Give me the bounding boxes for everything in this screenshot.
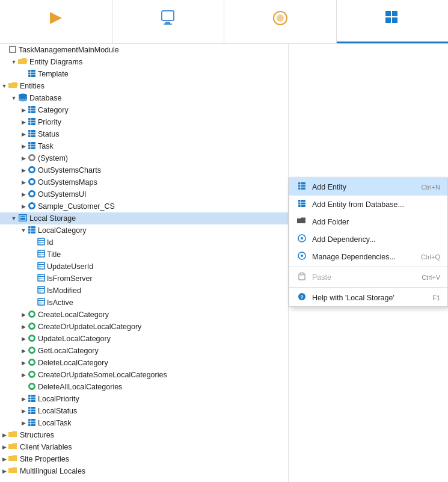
ctx-item-add-entity-db[interactable]: Add Entity from Database... (289, 196, 447, 213)
tree-item-sample-customer[interactable]: ▶Sample_Customer_CS (0, 200, 288, 212)
tree-item-outsystemsmaps[interactable]: ▶OutSystemsMaps (0, 176, 288, 188)
tree-arrow-entities[interactable]: ▼ (0, 83, 8, 89)
tree-label-category: Category (38, 106, 69, 114)
tree-icon-local-task (28, 418, 36, 428)
ctx-item-add-entity[interactable]: Add EntityCtrl+N (289, 178, 447, 196)
tree-arrow-database[interactable]: ▼ (10, 95, 18, 101)
svg-rect-6 (385, 11, 391, 16)
tree-label-createorupdate-some: CreateOrUpdateSomeLocalCategories (38, 371, 167, 379)
tree-arrow-status[interactable]: ▶ (19, 131, 28, 137)
tree-item-entities[interactable]: ▼Entities (0, 80, 288, 92)
tree-item-createorupdate-local-cat[interactable]: ▶CreateOrUpdateLocalCategory (0, 321, 288, 333)
ctx-item-help[interactable]: ?Help with 'Local Storage'F1 (289, 289, 447, 306)
ctx-item-paste: PasteCtrl+V (289, 268, 447, 286)
tree-arrow-delete-local-cat[interactable]: ▶ (19, 360, 28, 366)
tree-arrow-outsystemsmaps[interactable]: ▶ (19, 179, 28, 185)
tree-arrow-task[interactable]: ▶ (19, 143, 28, 149)
tree-item-outsystemscharts[interactable]: ▶OutSystemsCharts (0, 164, 288, 176)
tree-item-id[interactable]: Id (0, 236, 288, 249)
ctx-item-manage-dependencies[interactable]: Manage Dependencies...Ctrl+Q (289, 248, 447, 265)
tree-item-client-variables[interactable]: ▶Client Variables (0, 441, 288, 453)
tree-arrow-multilingual-locales[interactable]: ▶ (0, 468, 8, 474)
context-menu: Add EntityCtrl+NAdd Entity from Database… (289, 178, 448, 307)
ctx-item-add-dependency[interactable]: Add Dependency... (289, 230, 447, 248)
tree-label-task: Task (38, 142, 54, 150)
tree-item-title[interactable]: Title (0, 249, 288, 261)
tree-label-local-category: LocalCategory (38, 226, 87, 235)
tree-item-ismodified[interactable]: IsModified (0, 285, 288, 297)
tree-item-local-storage[interactable]: ▼Local Storage (0, 212, 288, 224)
tree-item-outsystemsui[interactable]: ▶OutSystemsUI (0, 188, 288, 200)
tree-arrow-category[interactable]: ▶ (19, 107, 28, 113)
tree-item-create-local-cat[interactable]: ▶CreateLocalCategory (0, 309, 288, 321)
tree-arrow-outsystemscharts[interactable]: ▶ (19, 167, 28, 173)
tree-item-get-local-cat[interactable]: ▶GetLocalCategory (0, 345, 288, 357)
tree-item-local-task[interactable]: ▶LocalTask (0, 417, 288, 429)
tree-item-isactive[interactable]: IsActive (0, 297, 288, 309)
svg-rect-63 (38, 274, 44, 281)
tab-logic[interactable] (224, 0, 337, 43)
tree-item-update-local-cat[interactable]: ▶UpdateLocalCategory (0, 333, 288, 345)
tree-arrow-local-status[interactable]: ▶ (19, 408, 28, 414)
svg-point-5 (277, 14, 284, 22)
tree-item-database[interactable]: ▼Database (0, 92, 288, 104)
tree-arrow-sample-customer[interactable]: ▶ (19, 203, 28, 209)
tree-icon-template (28, 69, 36, 79)
svg-rect-71 (38, 298, 44, 305)
tree-icon-outsystemsui (28, 190, 36, 200)
tree-arrow-createorupdate-local-cat[interactable]: ▶ (19, 324, 28, 330)
tree-arrow-outsystemsui[interactable]: ▶ (19, 191, 28, 197)
tree-label-template: Template (38, 70, 69, 78)
tree-item-createorupdate-some[interactable]: ▶CreateOrUpdateSomeLocalCategories (0, 369, 288, 381)
ctx-item-add-folder[interactable]: Add Folder (289, 213, 447, 230)
tree-item-entity-diagrams[interactable]: ▼Entity Diagrams (0, 56, 288, 68)
svg-point-110 (301, 237, 303, 239)
tree-item-status[interactable]: ▶Status (0, 128, 288, 140)
tree-arrow-create-local-cat[interactable]: ▶ (19, 312, 28, 318)
tree-item-root[interactable]: TaskManagementMainModule (0, 44, 288, 56)
tree-arrow-client-variables[interactable]: ▶ (0, 444, 8, 450)
tree-icon-createorupdate-local-cat (28, 322, 36, 332)
tree-item-delete-local-cat[interactable]: ▶DeleteLocalCategory (0, 357, 288, 369)
tree-arrow-entity-diagrams[interactable]: ▼ (10, 59, 18, 65)
tree-item-local-category[interactable]: ▼LocalCategory (0, 224, 288, 236)
svg-rect-67 (38, 286, 44, 293)
tree-item-local-status[interactable]: ▶LocalStatus (0, 405, 288, 417)
tree-item-system[interactable]: ▶(System) (0, 152, 288, 164)
tree-item-updateuserid[interactable]: UpdateUserId (0, 261, 288, 273)
tree-arrow-createorupdate-some[interactable]: ▶ (19, 372, 28, 378)
tree-panel[interactable]: TaskManagementMainModule▼Entity Diagrams… (0, 44, 289, 482)
tab-data[interactable] (337, 0, 449, 43)
tree-item-isfromserver[interactable]: IsFromServer (0, 273, 288, 285)
ctx-icon-paste (296, 272, 307, 282)
tree-icon-sample-customer (28, 202, 36, 212)
tree-arrow-local-category[interactable]: ▼ (19, 227, 28, 233)
tree-arrow-system[interactable]: ▶ (19, 155, 28, 161)
tab-interface[interactable] (112, 0, 225, 43)
tree-label-entities: Entities (20, 82, 44, 90)
tree-label-status: Status (38, 130, 59, 138)
ctx-separator-sep2 (289, 287, 447, 288)
tree-arrow-structures[interactable]: ▶ (0, 432, 8, 438)
tree-item-priority[interactable]: ▶Priority (0, 116, 288, 128)
tree-item-site-properties[interactable]: ▶Site Properties (0, 453, 288, 465)
svg-rect-105 (298, 200, 305, 207)
tree-arrow-update-local-cat[interactable]: ▶ (19, 336, 28, 342)
ctx-label-add-dependency: Add Dependency... (312, 235, 440, 244)
tree-item-category[interactable]: ▶Category (0, 104, 288, 116)
tree-arrow-priority[interactable]: ▶ (19, 119, 28, 125)
tree-arrow-local-task[interactable]: ▶ (19, 420, 28, 426)
tree-item-task[interactable]: ▶Task (0, 140, 288, 152)
tree-item-local-priority[interactable]: ▶LocalPriority (0, 393, 288, 405)
tree-item-multilingual-locales[interactable]: ▶Multilingual Locales (0, 465, 288, 477)
tree-item-template[interactable]: Template (0, 68, 288, 80)
tree-arrow-site-properties[interactable]: ▶ (0, 456, 8, 462)
tree-item-structures[interactable]: ▶Structures (0, 429, 288, 441)
tree-item-deleteall-local-cat[interactable]: DeleteAllLocalCategories (0, 381, 288, 393)
tree-arrow-local-storage[interactable]: ▼ (10, 215, 18, 221)
tree-icon-priority (28, 117, 36, 128)
tab-processes[interactable] (0, 0, 112, 43)
tree-arrow-get-local-cat[interactable]: ▶ (19, 348, 28, 354)
tree-arrow-local-priority[interactable]: ▶ (19, 396, 28, 402)
ctx-icon-add-entity (296, 182, 307, 192)
